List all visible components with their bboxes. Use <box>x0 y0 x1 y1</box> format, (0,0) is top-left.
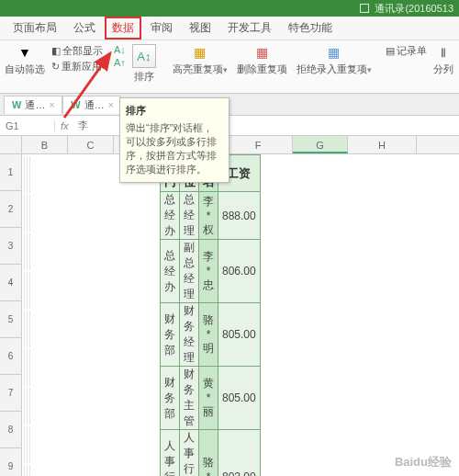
formula-bar: G1 fx 李 <box>0 116 459 136</box>
row-header[interactable]: 1 <box>0 154 22 191</box>
auto-filter-label: 自动筛选 <box>5 62 45 76</box>
spreadsheet: B C D E F G H 1 2 3 4 5 6 7 8 9 部门 职位 姓名 <box>0 136 459 476</box>
wps-icon: W <box>12 99 21 110</box>
document-tabs: W通…× W通…× + <box>0 94 459 116</box>
record-form-label: 记录单 <box>397 44 427 58</box>
sort-asc-icon: A↓ <box>114 44 126 55</box>
sort-tooltip: 排序 弹出“排序”对话框，可以按多列或多行排序，按拼音方式等排序选项进行排序。 <box>119 97 230 183</box>
table-cell[interactable]: 骆*艺 <box>199 430 218 477</box>
col-header-f[interactable]: F <box>224 136 293 153</box>
col-header-h[interactable]: H <box>348 136 417 153</box>
close-icon[interactable]: × <box>49 100 54 110</box>
table-cell[interactable]: 财务部 <box>161 303 180 367</box>
reapply-label: 重新应用 <box>62 60 102 74</box>
col-header-g[interactable]: G <box>293 136 348 153</box>
delete-dup-icon: ▦ <box>253 44 270 61</box>
show-all-icon: ◧ <box>51 45 61 57</box>
column-headers: B C D E F G H <box>0 136 459 154</box>
tab-data[interactable]: 数据 <box>105 17 141 40</box>
row-header[interactable]: 9 <box>0 448 22 476</box>
refresh-icon: ↻ <box>51 61 60 73</box>
row-header[interactable]: 4 <box>0 265 22 301</box>
close-icon[interactable]: × <box>108 100 114 110</box>
table-cell[interactable]: 财务经理 <box>180 303 199 367</box>
window-icon <box>360 4 369 13</box>
col-header-c[interactable]: C <box>68 136 114 153</box>
table-cell[interactable]: 888.00 <box>218 192 261 240</box>
sort-label: 排序 <box>134 70 154 84</box>
row-header[interactable]: 3 <box>0 228 22 265</box>
row-header[interactable]: 6 <box>0 338 22 375</box>
tab-pagelayout[interactable]: 页面布局 <box>6 17 64 40</box>
table-cell[interactable]: 副总经理 <box>180 240 199 303</box>
form-icon: ▤ <box>386 45 395 57</box>
doc-tab-1[interactable]: W通…× <box>4 96 62 114</box>
select-all-corner[interactable] <box>0 136 22 153</box>
tab-view[interactable]: 视图 <box>182 17 218 40</box>
tooltip-title: 排序 <box>126 104 223 118</box>
funnel-icon: ▼ <box>17 44 33 61</box>
row-headers: 1 2 3 4 5 6 7 8 9 <box>0 154 22 476</box>
wps-icon: W <box>71 99 80 110</box>
table-cell[interactable]: 李*忠 <box>199 240 218 303</box>
row-header[interactable]: 5 <box>0 301 22 338</box>
row-header[interactable]: 8 <box>0 412 22 448</box>
table-cell[interactable]: 李*权 <box>199 192 218 240</box>
show-all-button[interactable]: ◧全部显示 <box>51 44 103 58</box>
ribbon: ▼ 自动筛选 ◧全部显示 ↻重新应用 A↓ A↑ A↕ 排序 ▦ 高亮重复项▾ … <box>0 40 459 94</box>
doc-tab-2-label: 通… <box>84 98 105 112</box>
table-cell[interactable]: 人事行政经理 <box>180 430 199 477</box>
split-button[interactable]: ⦀ 分列 <box>431 44 456 76</box>
title-bar: 通讯录(20160513 <box>0 0 459 17</box>
row-header[interactable]: 7 <box>0 375 22 412</box>
reject-dup-button[interactable]: ▦ 拒绝录入重复项▾ <box>294 44 375 76</box>
tooltip-body: 弹出“排序”对话框，可以按多列或多行排序，按拼音方式等排序选项进行排序。 <box>126 122 217 175</box>
table-cell[interactable]: 802.00 <box>218 430 261 477</box>
highlight-dup-button[interactable]: ▦ 高亮重复项▾ <box>170 44 230 76</box>
tab-features[interactable]: 特色功能 <box>281 17 340 40</box>
reapply-button[interactable]: ↻重新应用 <box>51 60 103 74</box>
tab-review[interactable]: 审阅 <box>143 17 180 40</box>
table-cell[interactable]: 总经理 <box>180 192 199 240</box>
reject-dup-icon: ▦ <box>326 44 342 61</box>
sort-desc-icon: A↑ <box>114 57 126 68</box>
delete-dup-button[interactable]: ▦ 删除重复项 <box>234 44 290 76</box>
row-header[interactable]: 2 <box>0 191 22 228</box>
table-cell[interactable]: 805.00 <box>218 303 261 367</box>
col-header-b[interactable]: B <box>22 136 68 153</box>
highlight-icon: ▦ <box>192 44 208 61</box>
highlight-dup-label: 高亮重复项 <box>173 63 223 74</box>
table-cell[interactable]: 人事行政部 <box>161 430 180 477</box>
record-form-button[interactable]: ▤ 记录单 <box>386 44 427 58</box>
sort-desc-button[interactable]: A↑ <box>114 57 126 68</box>
sort-button[interactable]: A↕ 排序 <box>129 44 159 84</box>
table-cell[interactable]: 黄*丽 <box>199 367 218 430</box>
split-icon: ⦀ <box>435 44 452 61</box>
sort-asc-button[interactable]: A↓ <box>114 44 126 55</box>
empty-cells[interactable] <box>22 154 32 476</box>
menu-bar: 页面布局 公式 数据 审阅 视图 开发工具 特色功能 <box>0 17 459 40</box>
split-label: 分列 <box>433 62 453 76</box>
table-cell[interactable]: 财务主管 <box>180 367 199 430</box>
table-cell[interactable]: 806.00 <box>218 240 261 303</box>
formula-input[interactable]: 李 <box>74 119 88 132</box>
document-filename: 通讯录(20160513 <box>375 2 453 16</box>
table-cell[interactable]: 总经办 <box>161 192 180 240</box>
tab-devtools[interactable]: 开发工具 <box>220 17 279 40</box>
name-box[interactable]: G1 <box>0 120 55 131</box>
doc-tab-2[interactable]: W通…× <box>62 96 121 114</box>
doc-tab-1-label: 通… <box>25 98 45 112</box>
table-cell[interactable]: 骆*明 <box>199 303 218 367</box>
auto-filter-button[interactable]: ▼ 自动筛选 <box>2 44 48 76</box>
table-cell[interactable]: 总经办 <box>161 240 180 303</box>
fx-icon[interactable]: fx <box>55 120 74 131</box>
table-cell[interactable]: 财务部 <box>161 367 180 430</box>
reject-dup-label: 拒绝录入重复项 <box>297 63 367 74</box>
watermark: Baidu经验 <box>395 454 452 470</box>
data-table[interactable]: 部门 职位 姓名 工资 总经办总经理李*权888.00总经办副总经理李*忠806… <box>160 154 261 476</box>
table-cell[interactable]: 805.00 <box>218 367 261 430</box>
tab-formula[interactable]: 公式 <box>66 17 103 40</box>
sort-icon: A↕ <box>132 44 156 68</box>
show-all-label: 全部显示 <box>62 44 103 58</box>
delete-dup-label: 删除重复项 <box>237 62 287 76</box>
